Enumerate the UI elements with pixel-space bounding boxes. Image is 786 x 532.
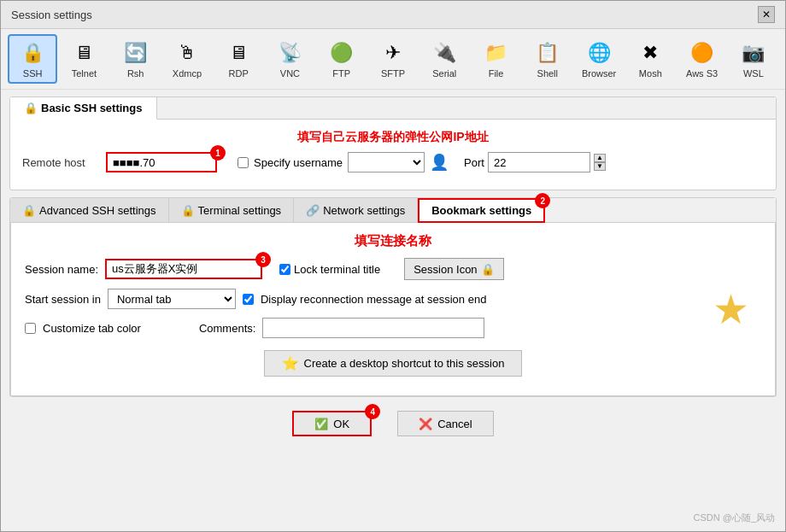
toolbar-btn-browser[interactable]: 🌐 Browser [574,34,624,84]
bookmark-content: 填写连接名称 Session name: 3 Lock terminal tit… [10,223,776,396]
specify-username-checkbox[interactable] [238,157,249,168]
port-input[interactable] [488,152,590,172]
mosh-label: Mosh [639,68,662,79]
toolbar-btn-file[interactable]: 📁 File [471,34,520,84]
advanced-tabs-row: 🔒 Advanced SSH settings 🔒 Terminal setti… [10,198,776,223]
ssh-label: SSH [23,68,43,79]
cancel-icon: ❌ [419,418,432,430]
toolbar-btn-shell[interactable]: 📋 Shell [523,34,572,84]
ok-btn-wrap: ✅ OK 4 [292,411,372,436]
ok-button[interactable]: ✅ OK [292,411,372,436]
customize-tab-color-checkbox[interactable] [25,323,36,334]
tab-advanced-ssh[interactable]: 🔒 Advanced SSH settings [10,198,169,222]
port-label: Port [464,156,484,169]
port-down-btn[interactable]: ▼ [594,162,606,171]
file-icon: 📁 [483,39,510,67]
telnet-icon: 🖥 [70,39,97,67]
tab-terminal[interactable]: 🔒 Terminal settings [169,198,295,222]
badge-1: 1 [210,145,226,161]
awss3-label: Aws S3 [686,68,718,79]
shortcut-button-label: Create a desktop shortcut to this sessio… [304,357,505,370]
wsl-label: WSL [743,68,764,79]
telnet-label: Telnet [72,68,97,79]
file-label: File [489,68,504,79]
start-session-row: Start session in Normal tab Tabbed Displ… [25,289,761,309]
specify-username-label: Specify username [254,156,343,169]
browser-icon: 🌐 [585,39,613,67]
rdp-label: RDP [229,68,249,79]
port-up-btn[interactable]: ▲ [594,154,606,162]
toolbar-btn-ssh[interactable]: 🔒 SSH [8,34,57,84]
adv-icon: 🔒 [22,204,36,217]
lock-terminal-title-checkbox[interactable] [279,264,290,275]
vnc-label: VNC [280,68,300,79]
session-icon-img: 🔒 [481,263,495,276]
toolbar-btn-serial[interactable]: 🔌 Serial [419,34,469,84]
rdp-icon: 🖥 [225,39,252,67]
comments-label: Comments: [199,322,255,335]
display-reconnection-checkbox[interactable] [243,294,254,305]
browser-label: Browser [582,68,616,79]
toolbar-btn-xdmcp[interactable]: 🖱 Xdmcp [162,34,212,84]
toolbar-btn-rsh[interactable]: 🔄 Rsh [111,34,161,84]
remote-host-row: Remote host 1 Specify username 👤 [22,152,764,172]
shortcut-btn-wrap: ⭐ Create a desktop shortcut to this sess… [25,350,761,377]
start-session-select[interactable]: Normal tab Tabbed [108,289,236,309]
tab-bookmark[interactable]: Bookmark settings 2 [418,198,545,223]
remote-host-input-wrap: 1 [106,152,217,172]
toolbar-btn-rdp[interactable]: 🖥 RDP [214,34,263,84]
session-name-wrap: 3 [105,259,262,279]
session-name-label: Session name: [25,263,98,276]
rsh-icon: 🔄 [122,39,150,67]
basic-ssh-tab-content: 填写自己云服务器的弹性公网IP地址 Remote host 1 Specify … [10,120,776,190]
toolbar-btn-vnc[interactable]: 📡 VNC [265,34,314,84]
display-reconnection-label: Display reconnection message at session … [261,293,486,306]
xdmcp-label: Xdmcp [173,68,202,79]
lock-title-row: Lock terminal title [279,263,380,276]
annotation-ip: 填写自己云服务器的弹性公网IP地址 [22,130,764,145]
username-select[interactable] [348,152,425,172]
term-icon: 🔒 [181,204,195,217]
awss3-icon: 🟠 [689,39,716,67]
session-name-input[interactable] [105,259,262,279]
toolbar-btn-ftp[interactable]: 🟢 FTP [317,34,367,84]
session-icon-label: Session Icon [414,263,477,276]
session-icon-button[interactable]: Session Icon 🔒 [404,258,503,280]
shortcut-star-icon: ⭐ [282,355,299,371]
badge-2: 2 [535,193,550,208]
toolbar-btn-telnet[interactable]: 🖥 Telnet [59,34,109,84]
start-session-label: Start session in [25,293,101,306]
ftp-label: FTP [332,68,350,79]
lock-terminal-title-label: Lock terminal title [294,263,380,276]
dialog-title: Session settings [11,9,92,21]
specify-username-row: Specify username 👤 [238,152,449,172]
tab-basic-ssh[interactable]: 🔒 Basic SSH settings [10,97,157,120]
toolbar-btn-mosh[interactable]: ✖ Mosh [625,34,675,84]
user-icon: 👤 [430,153,449,172]
remote-host-input[interactable] [106,152,217,172]
shell-icon: 📋 [534,39,561,67]
vnc-icon: 📡 [276,39,303,67]
port-spinner: ▲ ▼ [594,154,606,171]
remote-host-label: Remote host [22,156,99,169]
basic-ssh-tab-header: 🔒 Basic SSH settings [10,97,776,120]
ftp-icon: 🟢 [328,39,355,67]
tab-network[interactable]: 🔗 Network settings [294,198,418,222]
session-settings-dialog: Session settings ✕ 🔒 SSH 🖥 Telnet 🔄 Rsh … [0,0,786,532]
ok-label: OK [333,418,349,430]
cancel-label: Cancel [437,418,472,430]
toolbar-btn-sftp[interactable]: ✈ SFTP [368,34,418,84]
sftp-label: SFTP [381,68,405,79]
create-shortcut-button[interactable]: ⭐ Create a desktop shortcut to this sess… [264,350,523,377]
decorative-star: ★ [713,285,749,333]
toolbar-btn-awss3[interactable]: 🟠 Aws S3 [677,34,726,84]
basic-ssh-section: 🔒 Basic SSH settings 填写自己云服务器的弹性公网IP地址 R… [9,96,777,190]
xdmcp-icon: 🖱 [173,39,201,67]
comments-input[interactable] [262,318,484,338]
session-name-row: Session name: 3 Lock terminal title Sess… [25,258,761,280]
toolbar-btn-wsl[interactable]: 📷 WSL [729,34,778,84]
main-content: 🔒 Basic SSH settings 填写自己云服务器的弹性公网IP地址 R… [1,90,785,531]
close-button[interactable]: ✕ [758,6,775,23]
serial-icon: 🔌 [431,39,458,67]
cancel-button[interactable]: ❌ Cancel [397,411,493,436]
